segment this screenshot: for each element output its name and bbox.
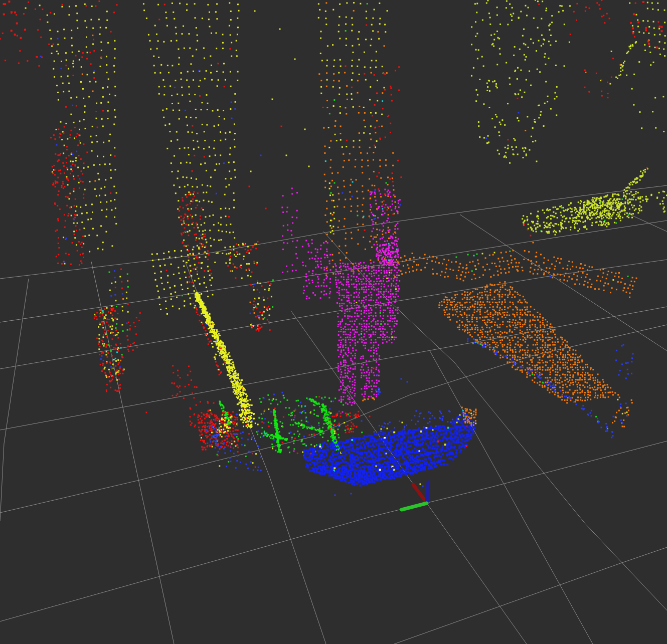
rviz-3d-viewport[interactable] bbox=[0, 0, 667, 644]
pointcloud-canvas[interactable] bbox=[0, 0, 667, 644]
